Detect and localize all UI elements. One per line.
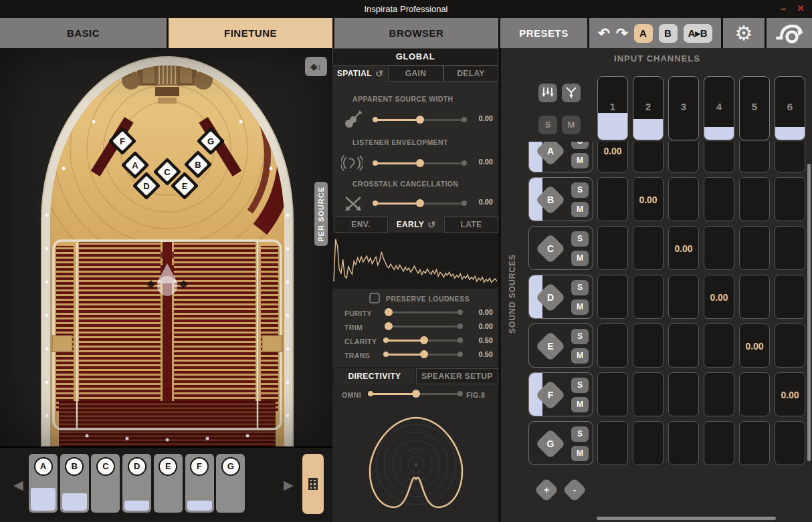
matrix-cell-B1[interactable] — [597, 177, 628, 221]
matrix-cell-E1[interactable] — [597, 323, 628, 368]
mute-button-F[interactable]: M — [571, 397, 589, 412]
preset-a-button[interactable]: A — [634, 24, 653, 43]
source-tile-F[interactable]: F — [185, 454, 214, 513]
matrix-cell-D2[interactable] — [633, 275, 664, 319]
copy-a-to-b-button[interactable]: A▸B — [684, 24, 712, 43]
preserve-loudness-checkbox[interactable] — [369, 293, 380, 303]
input-channel-meter-1[interactable]: 1 — [597, 76, 628, 140]
solo-button-D[interactable]: S — [571, 280, 589, 295]
reset-icon[interactable]: ↺ — [427, 219, 435, 230]
tab-early[interactable]: EARLY ↺ — [389, 217, 443, 233]
bypass-button[interactable] — [767, 18, 812, 48]
source-diamond-G[interactable]: G — [535, 428, 565, 459]
matrix-cell-A4[interactable] — [704, 142, 734, 172]
matrix-cell-F6[interactable]: 0.00 — [775, 372, 805, 416]
solo-button-G[interactable]: S — [571, 426, 589, 442]
tab-presets[interactable]: PRESETS — [500, 18, 587, 48]
preset-b-button[interactable]: B — [659, 24, 678, 43]
input-channel-meter-4[interactable]: 4 — [704, 76, 734, 140]
source-row-E[interactable]: ESM — [528, 323, 593, 368]
source-row-D[interactable]: DSM — [528, 275, 593, 319]
merge-button[interactable] — [562, 84, 581, 102]
directivity-slider[interactable] — [369, 390, 462, 398]
solo-button-B[interactable]: S — [571, 182, 589, 198]
tab-speaker-setup[interactable]: SPEAKER SETUP — [416, 368, 498, 384]
input-channel-meter-6[interactable]: 6 — [775, 76, 805, 140]
trans-knob[interactable] — [420, 350, 428, 358]
matrix-cell-F1[interactable] — [597, 372, 628, 416]
matrix-cell-D6[interactable] — [775, 275, 805, 319]
trim-slider[interactable] — [385, 322, 462, 330]
matrix-cell-B4[interactable] — [704, 177, 734, 221]
clarity-slider[interactable] — [385, 336, 462, 344]
solo-button-C[interactable]: S — [571, 231, 589, 247]
matrix-cell-C1[interactable] — [597, 226, 628, 270]
source-row-C[interactable]: CSM — [528, 226, 593, 270]
crosstalk-knob[interactable] — [416, 199, 424, 207]
matrix-cell-B6[interactable] — [775, 177, 805, 221]
solo-button-A[interactable]: S — [571, 142, 589, 149]
matrix-cell-C2[interactable] — [633, 226, 664, 270]
source-tile-G[interactable]: G — [216, 454, 245, 513]
matrix-cell-A3[interactable] — [668, 142, 699, 172]
source-tile-E[interactable]: E — [154, 454, 183, 513]
matrix-cell-E5[interactable]: 0.00 — [739, 323, 770, 368]
source-diamond-B[interactable]: B — [535, 184, 565, 215]
purity-slider[interactable] — [385, 308, 462, 316]
tab-spatial[interactable]: SPATIAL ↺ — [332, 66, 388, 82]
source-row-F[interactable]: FSM — [528, 372, 593, 416]
source-elevation-button[interactable]: ◆↕ — [305, 57, 327, 76]
tab-finetune[interactable]: FINETUNE — [169, 18, 332, 48]
matrix-cell-F2[interactable] — [633, 372, 664, 416]
source-tile-C[interactable]: C — [91, 454, 120, 513]
matrix-cell-G1[interactable] — [597, 421, 628, 465]
asw-slider[interactable] — [374, 116, 466, 124]
crosstalk-slider[interactable] — [374, 199, 466, 207]
matrix-cell-E3[interactable] — [668, 323, 699, 368]
matrix-cell-G2[interactable] — [633, 421, 664, 465]
source-tile-B[interactable]: B — [60, 454, 89, 513]
per-source-tab[interactable]: PER SOURCE — [314, 182, 328, 246]
directivity-knob[interactable] — [412, 390, 420, 398]
matrix-cell-B5[interactable] — [739, 177, 770, 221]
mute-button-A[interactable]: M — [571, 153, 589, 168]
matrix-cell-A5[interactable] — [739, 142, 770, 172]
input-channel-meter-2[interactable]: 2 — [633, 76, 664, 140]
tab-basic[interactable]: BASIC — [0, 18, 167, 48]
trans-slider[interactable] — [385, 350, 462, 358]
matrix-cell-A6[interactable] — [775, 142, 805, 172]
source-diamond-F[interactable]: F — [535, 380, 565, 410]
undo-icon[interactable]: ↶ — [598, 24, 610, 43]
lev-slider[interactable] — [374, 159, 466, 167]
matrix-cell-C3[interactable]: 0.00 — [668, 226, 699, 270]
source-tile-A[interactable]: A — [29, 454, 58, 513]
matrix-cell-E2[interactable] — [633, 323, 664, 368]
input-channel-meter-3[interactable]: 3 — [668, 76, 699, 140]
source-diamond-C[interactable]: C — [535, 233, 565, 263]
source-tile-D[interactable]: D — [122, 454, 151, 513]
mute-button-B[interactable]: M — [571, 202, 589, 217]
strip-scroll-right-icon[interactable]: ▶ — [284, 477, 294, 493]
lev-knob[interactable] — [416, 159, 424, 167]
tab-late[interactable]: LATE — [444, 217, 498, 233]
matrix-cell-E4[interactable] — [704, 323, 734, 368]
close-button[interactable]: ✕ — [792, 0, 809, 17]
matrix-cell-F3[interactable] — [668, 372, 699, 416]
reset-icon[interactable]: ↺ — [375, 68, 383, 79]
strip-scroll-left-icon[interactable]: ◀ — [13, 477, 23, 493]
solo-button-F[interactable]: S — [571, 378, 589, 393]
matrix-cell-D3[interactable] — [668, 275, 699, 319]
distribute-button[interactable] — [538, 84, 557, 102]
tab-browser[interactable]: BROWSER — [334, 18, 498, 48]
source-diamond-E[interactable]: E — [535, 331, 565, 361]
matrix-cell-C4[interactable] — [704, 226, 734, 270]
tab-delay[interactable]: DELAY — [443, 66, 498, 82]
source-row-B[interactable]: BSM — [528, 177, 593, 221]
tab-directivity[interactable]: DIRECTIVITY — [334, 368, 415, 384]
mute-button-D[interactable]: M — [571, 299, 589, 315]
asw-knob[interactable] — [416, 116, 424, 124]
matrix-cell-G4[interactable] — [704, 421, 734, 465]
redo-icon[interactable]: ↷ — [616, 24, 628, 43]
mute-button-E[interactable]: M — [571, 348, 589, 364]
matrix-cell-G3[interactable] — [668, 421, 699, 465]
